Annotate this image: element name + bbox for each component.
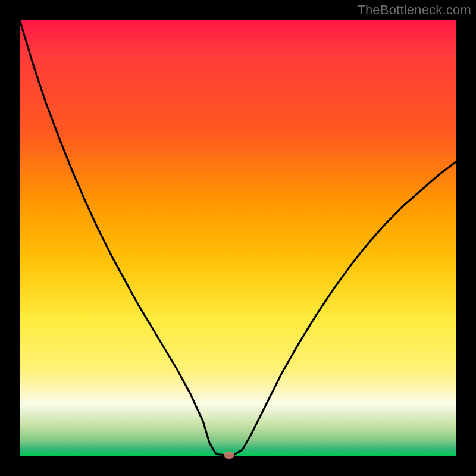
plot-area: [20, 20, 456, 456]
chart-frame: TheBottleneck.com: [0, 0, 476, 476]
watermark-text: TheBottleneck.com: [357, 2, 471, 18]
optimal-point-marker: [224, 452, 234, 459]
